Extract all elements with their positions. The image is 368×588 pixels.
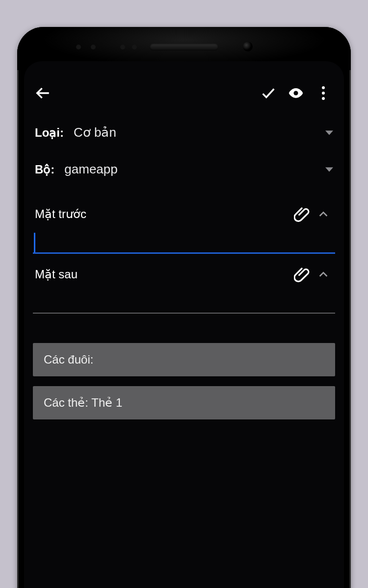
deck-selector[interactable]: Bộ: gameapp (33, 151, 335, 188)
paperclip-icon (294, 206, 310, 222)
cards-row[interactable]: Các thẻ: Thẻ 1 (33, 386, 335, 419)
note-type-label: Loại: (35, 126, 64, 140)
paperclip-icon (294, 267, 310, 282)
back-button[interactable] (29, 79, 56, 107)
front-field-label: Mặt trước (35, 207, 290, 221)
caret-down-icon (325, 130, 333, 135)
svg-point-1 (293, 91, 298, 95)
front-camera-icon (243, 42, 253, 51)
content-area: Loại: Cơ bản Bộ: gameapp Mặt trước (24, 111, 344, 419)
tags-label: Các đuôi: (44, 353, 93, 366)
attach-media-front-button[interactable] (290, 204, 314, 224)
sensor-dot-icon (120, 45, 125, 49)
note-type-selector[interactable]: Loại: Cơ bản (33, 114, 335, 151)
check-icon (260, 85, 277, 101)
cards-label: Các thẻ: Thẻ 1 (44, 396, 122, 409)
speaker-grill (150, 44, 218, 50)
caret-down-icon (325, 167, 333, 172)
front-input[interactable] (33, 230, 335, 254)
tags-row[interactable]: Các đuôi: (33, 343, 335, 376)
chevron-up-icon (318, 209, 329, 220)
front-field-group: Mặt trước (33, 202, 335, 254)
sensor-dot-icon (76, 45, 81, 49)
app-bar (24, 75, 344, 111)
arrow-left-icon (34, 85, 51, 101)
sensor-dot-icon (132, 45, 137, 49)
back-field-group: Mặt sau (33, 263, 335, 314)
collapse-front-button[interactable] (314, 204, 333, 224)
phone-frame: Loại: Cơ bản Bộ: gameapp Mặt trước (17, 27, 351, 588)
screen: Loại: Cơ bản Bộ: gameapp Mặt trước (24, 61, 344, 588)
confirm-button[interactable] (255, 79, 282, 107)
eye-icon (288, 85, 304, 101)
attach-media-back-button[interactable] (290, 265, 314, 284)
overflow-menu-button[interactable] (310, 79, 337, 107)
chevron-up-icon (318, 269, 329, 280)
preview-button[interactable] (282, 79, 310, 107)
text-caret-icon (34, 233, 35, 252)
more-vert-icon (322, 86, 325, 100)
deck-value: gameapp (64, 162, 333, 177)
back-input[interactable] (33, 290, 335, 314)
note-type-value: Cơ bản (74, 125, 333, 140)
back-field-label: Mặt sau (35, 268, 290, 281)
sensor-dot-icon (91, 45, 96, 49)
deck-label: Bộ: (35, 163, 54, 176)
collapse-back-button[interactable] (314, 265, 333, 284)
